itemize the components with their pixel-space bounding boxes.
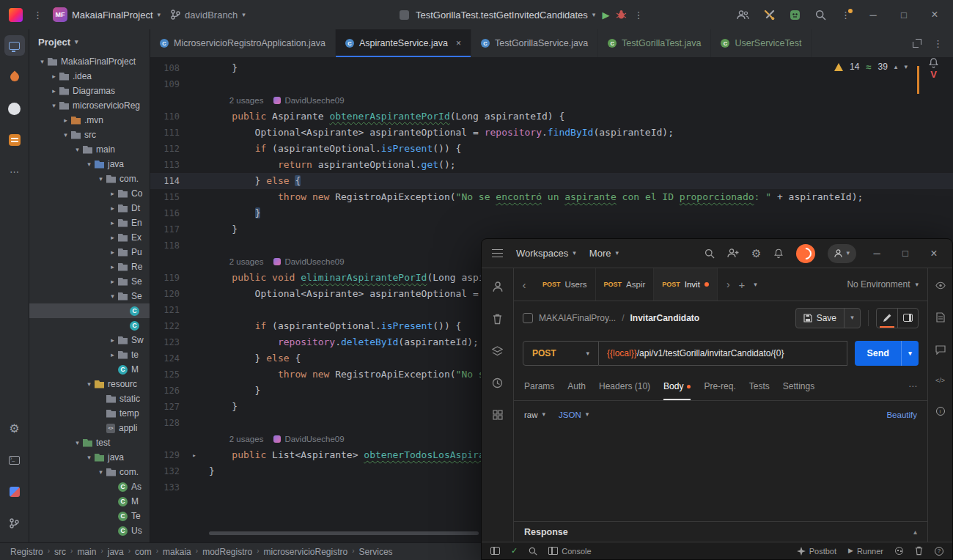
- trash-icon[interactable]: [915, 546, 923, 556]
- request-tab-tests[interactable]: Tests: [749, 372, 770, 400]
- code-line[interactable]: 116 }: [150, 205, 953, 221]
- project-selector[interactable]: MF MakaiaFinalProject: [53, 7, 161, 22]
- tree-item-resourc[interactable]: ▾resourc: [29, 377, 150, 391]
- runner-button[interactable]: Runner: [848, 547, 883, 556]
- breadcrumb-item[interactable]: makaia: [163, 547, 191, 557]
- comments-icon[interactable]: [935, 345, 946, 355]
- editor-tab[interactable]: CUserServiceTest: [711, 29, 812, 57]
- tree-item-main[interactable]: ▾main: [29, 142, 150, 157]
- format-selector[interactable]: raw: [524, 410, 545, 419]
- code-line[interactable]: 111 Optional<Aspirante> aspiranteOptiona…: [150, 125, 953, 141]
- tree-item-Pu[interactable]: ▸Pu: [29, 245, 150, 259]
- send-options-icon[interactable]: [901, 341, 919, 366]
- inspections-widget[interactable]: 14 39: [834, 62, 908, 72]
- language-selector[interactable]: JSON: [559, 410, 589, 419]
- tree-item-Diagramas[interactable]: ▸Diagramas: [29, 84, 150, 98]
- method-selector[interactable]: POST: [523, 341, 599, 366]
- find-icon[interactable]: [529, 547, 537, 556]
- tree-item[interactable]: C: [29, 318, 150, 333]
- code-line[interactable]: 117 }: [150, 221, 953, 237]
- tool-structure-button[interactable]: [4, 67, 25, 87]
- notifications-icon[interactable]: [773, 248, 784, 259]
- breadcrumb-item[interactable]: src: [54, 547, 66, 557]
- more-menu[interactable]: More: [589, 248, 619, 259]
- window-minimize-button[interactable]: [865, 10, 881, 20]
- postman-maximize-button[interactable]: [897, 248, 913, 258]
- history-clock-icon[interactable]: [492, 377, 503, 388]
- debug-button[interactable]: [616, 10, 627, 20]
- environment-eye-icon[interactable]: [935, 281, 946, 290]
- tree-item-M[interactable]: CM: [29, 494, 150, 509]
- tree-item-M[interactable]: CM: [29, 362, 150, 377]
- request-tab-headers-[interactable]: Headers (10): [599, 372, 650, 400]
- response-section-header[interactable]: Response: [514, 521, 927, 542]
- plugin-icon[interactable]: [790, 10, 801, 21]
- documentation-icon[interactable]: [936, 312, 945, 323]
- editor-options-icon[interactable]: [933, 39, 943, 48]
- vcs-branch-selector[interactable]: davidBranch: [171, 10, 246, 21]
- settings-icon[interactable]: [751, 248, 761, 259]
- settings-menu-button[interactable]: [841, 10, 850, 20]
- settings-button[interactable]: [4, 419, 25, 439]
- code-line[interactable]: 113 return aspiranteOptional.get();: [150, 157, 953, 173]
- code-line[interactable]: 112 if (aspiranteOptional.isPresent()) {: [150, 141, 953, 157]
- invite-user-icon[interactable]: [727, 248, 739, 258]
- breadcrumb-item[interactable]: java: [108, 547, 124, 557]
- workspaces-menu[interactable]: Workspaces: [516, 248, 576, 259]
- account-menu[interactable]: [828, 244, 856, 263]
- beautify-link[interactable]: Beautify: [886, 410, 917, 419]
- tree-item-te[interactable]: ▸te: [29, 347, 150, 362]
- tree-item-Co[interactable]: ▸Co: [29, 186, 150, 201]
- tree-item-MakaiaFinalProject[interactable]: ▾MakaiaFinalProject: [29, 54, 150, 69]
- users-icon[interactable]: [737, 10, 749, 20]
- tree-item-java[interactable]: ▾java: [29, 450, 150, 465]
- code-line[interactable]: 114 } else {: [150, 173, 953, 189]
- tree-item-Us[interactable]: CUs: [29, 523, 150, 538]
- tree-item-En[interactable]: ▸En: [29, 215, 150, 230]
- window-maximize-button[interactable]: [896, 10, 912, 20]
- breadcrumb-item[interactable]: Services: [359, 547, 393, 557]
- notifications-bell-icon[interactable]: [928, 57, 939, 68]
- user-icon[interactable]: [493, 281, 503, 292]
- breadcrumb-item[interactable]: main: [77, 547, 96, 557]
- info-icon[interactable]: i: [936, 407, 945, 416]
- tree-item-test[interactable]: ▾test: [29, 435, 150, 450]
- postman-tab[interactable]: POSTUsers: [534, 268, 596, 301]
- postman-tab[interactable]: POSTInvit: [654, 268, 718, 301]
- docs-panel-button[interactable]: [897, 309, 918, 328]
- window-close-button[interactable]: [927, 9, 943, 21]
- editor-tab[interactable]: CTestGorillaTest.java: [598, 29, 711, 57]
- more-options-icon[interactable]: [908, 382, 917, 391]
- tree-item-appli[interactable]: appli: [29, 421, 150, 435]
- tree-item-java[interactable]: ▾java: [29, 157, 150, 172]
- tree-item[interactable]: C: [29, 303, 150, 318]
- tree-item-.idea[interactable]: ▸.idea: [29, 69, 150, 84]
- grid-icon[interactable]: [493, 410, 503, 420]
- services-button[interactable]: [4, 482, 25, 502]
- environment-selector[interactable]: No Environment: [847, 268, 927, 301]
- code-annotation-row[interactable]: 2 usagesDavidUseche09: [150, 92, 953, 108]
- postbot-button[interactable]: Postbot: [797, 547, 836, 556]
- tree-item-com.[interactable]: ▾com.: [29, 465, 150, 479]
- terminal-button[interactable]: [4, 450, 25, 471]
- tool-github-button[interactable]: [4, 98, 25, 119]
- tree-item-Re[interactable]: ▸Re: [29, 259, 150, 274]
- run-button[interactable]: [602, 10, 609, 20]
- breadcrumb-item[interactable]: Registro: [10, 547, 43, 557]
- editor-tab[interactable]: CTestGorillaService.java: [471, 29, 598, 57]
- save-button[interactable]: Save: [795, 308, 861, 328]
- tree-item-Se[interactable]: ▸Se: [29, 274, 150, 289]
- next-problem-icon[interactable]: [904, 64, 908, 70]
- tab-menu-icon[interactable]: [754, 281, 757, 288]
- tree-item-Ex[interactable]: ▸Ex: [29, 230, 150, 245]
- main-menu-button[interactable]: [33, 10, 43, 20]
- postman-minimize-button[interactable]: [869, 248, 885, 258]
- new-tab-button[interactable]: [739, 279, 746, 290]
- tree-item-com.[interactable]: ▾com.: [29, 172, 150, 186]
- request-tab-body[interactable]: Body: [663, 372, 691, 400]
- run-configuration-selector[interactable]: TestGorillaTest.testGetInvitedCandidates: [416, 10, 595, 21]
- request-tab-params[interactable]: Params: [524, 372, 554, 400]
- collection-name[interactable]: MAKAIAFinalProy...: [539, 313, 616, 323]
- editor-tab[interactable]: CAspiranteService.java×: [336, 29, 471, 57]
- tool-notes-button[interactable]: [4, 130, 25, 150]
